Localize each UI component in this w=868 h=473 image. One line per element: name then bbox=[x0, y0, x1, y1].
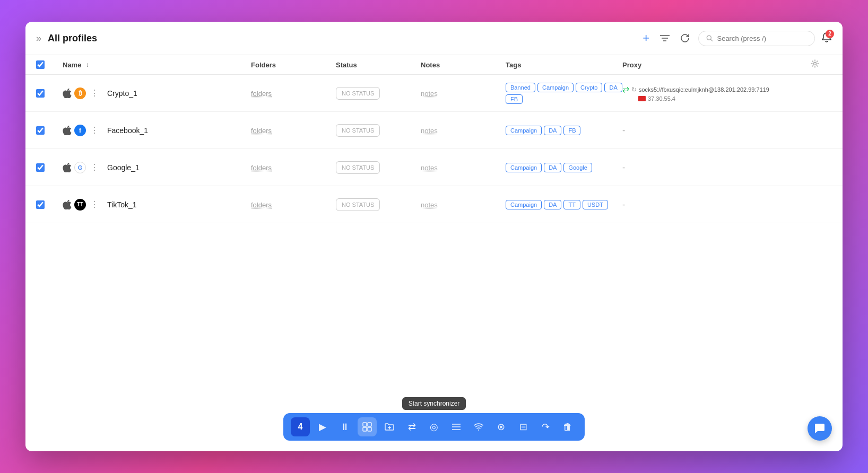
table-row: G ⋮ Google_1 folders NO STATUS notes Cam… bbox=[25, 149, 843, 186]
apple-icon bbox=[63, 89, 72, 98]
toolbar-fingerprint-button[interactable]: ⊗ bbox=[491, 417, 510, 436]
proxy-transfer-icon: ⇄ bbox=[622, 84, 629, 94]
status-button-crypto1[interactable]: NO STATUS bbox=[336, 87, 380, 100]
profile-cell-crypto1: ₿ ⋮ Crypto_1 bbox=[63, 87, 251, 99]
select-all-checkbox[interactable] bbox=[36, 60, 45, 69]
profile-name-tiktok1: TikTok_1 bbox=[107, 200, 137, 209]
tag-da[interactable]: DA bbox=[544, 200, 561, 209]
tag-campaign[interactable]: Campaign bbox=[506, 163, 542, 172]
checkbox-tiktok1[interactable] bbox=[36, 200, 45, 209]
toolbar-cookie-button[interactable]: ◎ bbox=[424, 417, 444, 436]
toolbar-list-button[interactable] bbox=[447, 417, 466, 436]
row-check-google1[interactable] bbox=[36, 163, 63, 172]
apple-icon bbox=[63, 200, 72, 209]
row-menu-tiktok1[interactable]: ⋮ bbox=[88, 198, 101, 211]
tags-cell-crypto1: Banned Campaign Crypto DA FB bbox=[506, 83, 622, 104]
toolbar-forward-button[interactable]: ↷ bbox=[536, 417, 555, 436]
notes-cell-tiktok1[interactable]: notes bbox=[421, 200, 506, 209]
header: » All profiles + 2 bbox=[25, 22, 843, 55]
tag-crypto[interactable]: Crypto bbox=[576, 83, 602, 92]
profile-name-facebook1: Facebook_1 bbox=[107, 126, 148, 135]
proxy-address: socks5://fbxusqic:eulmjknh@138.201.202.9… bbox=[639, 86, 769, 93]
search-box[interactable] bbox=[698, 31, 815, 46]
flag-icon bbox=[638, 96, 646, 101]
checkbox-crypto1[interactable] bbox=[36, 89, 45, 98]
tag-da[interactable]: DA bbox=[604, 83, 622, 92]
toolbar-queue-button[interactable]: ⊟ bbox=[514, 417, 533, 436]
search-input[interactable] bbox=[717, 34, 807, 42]
folders-cell-crypto1[interactable]: folders bbox=[251, 89, 336, 98]
bottom-bar: Start synchronizer 4 ▶ ⏸ ⇄ ◎ ⊗ ⊟ ↷ 🗑 bbox=[283, 397, 585, 441]
tag-fb[interactable]: FB bbox=[563, 126, 580, 135]
tag-campaign[interactable]: Campaign bbox=[506, 200, 542, 209]
folders-cell-google1[interactable]: folders bbox=[251, 163, 336, 172]
google-icon: G bbox=[74, 162, 86, 173]
proxy-ip: 37.30.55.4 bbox=[648, 95, 675, 102]
status-column-header: Status bbox=[336, 61, 421, 69]
profile-cell-facebook1: f ⋮ Facebook_1 bbox=[63, 124, 251, 136]
status-cell-google1[interactable]: NO STATUS bbox=[336, 161, 421, 174]
tags-cell-tiktok1: Campaign DA TT USDT bbox=[506, 200, 622, 209]
tag-campaign[interactable]: Campaign bbox=[506, 126, 542, 135]
tag-da[interactable]: DA bbox=[544, 163, 561, 172]
facebook-icon: f bbox=[74, 125, 86, 136]
header-actions: + 2 bbox=[640, 29, 832, 47]
notes-cell-crypto1[interactable]: notes bbox=[421, 89, 506, 98]
filter-button[interactable] bbox=[658, 32, 672, 44]
notes-cell-facebook1[interactable]: notes bbox=[421, 126, 506, 135]
chat-float-button[interactable] bbox=[808, 416, 832, 441]
checkbox-facebook1[interactable] bbox=[36, 126, 45, 135]
row-menu-facebook1[interactable]: ⋮ bbox=[88, 124, 101, 136]
folders-cell-facebook1[interactable]: folders bbox=[251, 126, 336, 135]
tags-cell-facebook1: Campaign DA FB bbox=[506, 126, 622, 135]
toolbar-pause-button[interactable]: ⏸ bbox=[335, 417, 354, 436]
notification-button[interactable]: 2 bbox=[821, 32, 832, 45]
toolbar-transfer-button[interactable]: ⇄ bbox=[402, 417, 421, 436]
notes-cell-google1[interactable]: notes bbox=[421, 163, 506, 172]
sort-arrow: ↓ bbox=[85, 61, 89, 68]
row-check-facebook1[interactable] bbox=[36, 126, 63, 135]
status-button-facebook1[interactable]: NO STATUS bbox=[336, 124, 380, 137]
apple-icon bbox=[63, 163, 72, 172]
status-cell-tiktok1[interactable]: NO STATUS bbox=[336, 198, 421, 211]
proxy-cell-facebook1: - bbox=[622, 126, 811, 135]
tag-da[interactable]: DA bbox=[544, 126, 561, 135]
main-window: » All profiles + 2 Name ↓ bbox=[25, 22, 843, 451]
row-check-tiktok1[interactable] bbox=[36, 200, 63, 209]
status-cell-facebook1[interactable]: NO STATUS bbox=[336, 124, 421, 137]
tag-fb[interactable]: FB bbox=[506, 94, 523, 104]
folders-column-header: Folders bbox=[251, 61, 336, 69]
toolbar: 4 ▶ ⏸ ⇄ ◎ ⊗ ⊟ ↷ 🗑 bbox=[283, 413, 585, 441]
name-column-header[interactable]: Name ↓ bbox=[63, 61, 251, 69]
toolbar-folder-button[interactable] bbox=[380, 417, 399, 436]
toolbar-play-button[interactable]: ▶ bbox=[313, 417, 332, 436]
status-button-google1[interactable]: NO STATUS bbox=[336, 161, 380, 174]
expand-icon[interactable]: » bbox=[36, 33, 41, 44]
svg-rect-6 bbox=[363, 423, 367, 426]
proxy-column-header: Proxy bbox=[622, 61, 811, 69]
folders-cell-tiktok1[interactable]: folders bbox=[251, 200, 336, 209]
search-icon bbox=[706, 34, 713, 42]
add-profile-button[interactable]: + bbox=[640, 29, 652, 47]
tag-google[interactable]: Google bbox=[563, 163, 592, 172]
select-all-cell[interactable] bbox=[36, 60, 63, 69]
status-cell-crypto1[interactable]: NO STATUS bbox=[336, 87, 421, 100]
refresh-button[interactable] bbox=[678, 31, 692, 45]
checkbox-google1[interactable] bbox=[36, 163, 45, 172]
tag-campaign[interactable]: Campaign bbox=[537, 83, 574, 92]
status-button-tiktok1[interactable]: NO STATUS bbox=[336, 198, 380, 211]
row-menu-crypto1[interactable]: ⋮ bbox=[88, 87, 101, 99]
profile-cell-tiktok1: TT ⋮ TikTok_1 bbox=[63, 198, 251, 211]
toolbar-tooltip: Start synchronizer bbox=[402, 397, 466, 410]
tag-tt[interactable]: TT bbox=[563, 200, 580, 209]
table-header: Name ↓ Folders Status Notes Tags Proxy bbox=[25, 55, 843, 75]
toolbar-sync-button[interactable] bbox=[358, 417, 377, 436]
tag-usdt[interactable]: USDT bbox=[583, 200, 608, 209]
tag-banned[interactable]: Banned bbox=[506, 83, 535, 92]
toolbar-delete-button[interactable]: 🗑 bbox=[558, 417, 577, 436]
proxy-refresh-icon: ↻ bbox=[631, 86, 637, 93]
row-menu-google1[interactable]: ⋮ bbox=[88, 161, 101, 173]
settings-icon[interactable] bbox=[811, 59, 819, 68]
toolbar-wifi-button[interactable] bbox=[469, 417, 488, 436]
row-check-crypto1[interactable] bbox=[36, 89, 63, 98]
